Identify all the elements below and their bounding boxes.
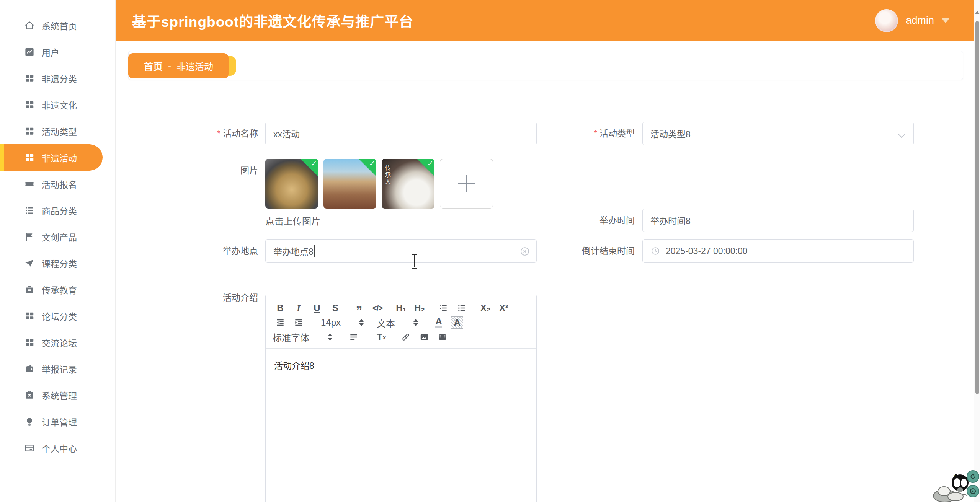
clock-icon [650,246,660,256]
clear-input-icon[interactable] [519,246,530,257]
sidebar-item-report-records[interactable]: 举报记录 [0,355,115,382]
sidebar-item-course-category[interactable]: 课程分类 [0,250,115,276]
sidebar-item-heritage-activity[interactable]: 非遗活动 [0,144,103,171]
hold-place-input[interactable]: 举办地点8 [265,239,537,263]
sidebar-item-cultural-products[interactable]: 文创产品 [0,223,115,250]
breadcrumb-home-link[interactable]: 首页 [144,59,163,73]
highlight-color-button[interactable]: A [449,316,465,329]
sidebar-item-users[interactable]: 用户 [0,39,115,65]
sidebar-item-order-management[interactable]: 订单管理 [0,408,115,435]
vertical-scrollbar [974,0,980,502]
sidebar-item-activity-type[interactable]: 活动类型 [0,118,115,144]
italic-button[interactable]: I [291,302,306,315]
sidebar-item-system-management[interactable]: 系统管理 [0,382,115,408]
chart-icon [24,46,35,58]
grid-icon [24,73,35,84]
refresh-icon [969,473,977,481]
plus-icon [458,175,475,192]
upload-image-button[interactable] [440,159,493,209]
sidebar-item-activity-signup[interactable]: 活动报名 [0,171,115,197]
sidebar-item-label: 系统首页 [42,19,77,32]
main-area: 基于springboot的非遗文化传承与推广平台 admin 首页 - 非遗活动 [116,0,980,502]
refresh-fab-button[interactable] [967,470,979,483]
line-height-button[interactable] [346,331,361,344]
wallet-icon [24,363,35,375]
uploaded-image-workshop[interactable]: ✓ [323,159,376,209]
send-icon [24,258,35,269]
strikethrough-button[interactable]: S [328,302,343,315]
sidebar-item-label: 传承教育 [42,283,77,296]
activity-name-input[interactable] [265,122,537,145]
check-icon: ✓ [311,159,317,168]
view-fab-button[interactable] [967,485,979,497]
code-button[interactable]: </> [370,302,385,315]
sidebar-item-label: 非遗活动 [42,151,77,164]
images-label: 图片 [116,159,258,183]
activity-type-select[interactable]: 活动类型8 [642,122,914,145]
bold-button[interactable]: B [273,302,288,315]
hold-time-label: 举办时间 [537,209,635,232]
grid-icon [24,152,35,163]
briefcase-icon [24,284,35,295]
sidebar-item-personal-center[interactable]: 个人中心 [0,435,115,461]
intro-label: 活动介绍 [116,286,258,310]
uploaded-image-craftsman[interactable]: 传承人 ✓ [382,159,434,209]
indent-icon [294,318,304,328]
sidebar-item-heritage-culture[interactable]: 非遗文化 [0,91,115,118]
hold-time-input[interactable] [642,209,914,232]
pet-cat-image [933,472,971,502]
underline-button[interactable]: U [309,302,325,315]
sidebar-item-heritage-education[interactable]: 传承教育 [0,276,115,303]
outdent-button[interactable] [273,316,288,329]
spinner-icon [359,319,364,326]
sidebar-item-goods-category[interactable]: 商品分类 [0,197,115,223]
sidebar-item-heritage-category[interactable]: 非遗分类 [0,65,115,91]
sidebar-item-label: 交流论坛 [42,336,77,349]
superscript-button[interactable]: X² [496,302,511,315]
sidebar-item-label: 用户 [42,46,59,59]
sidebar-item-system-home[interactable]: 系统首页 [0,12,115,39]
scrollbar-thumb[interactable] [975,21,979,394]
uploaded-image-basket[interactable]: ✓ [265,159,318,209]
format-select[interactable]: 文本 [377,316,418,329]
ordered-list-button[interactable] [436,302,451,315]
sidebar-item-forum-category[interactable]: 论坛分类 [0,303,115,329]
eye-icon [969,487,977,495]
indent-button[interactable] [291,316,306,329]
content-page: 首页 - 非遗活动 *活动名称 *活动类型 [116,41,980,502]
sidebar-item-label: 个人中心 [42,442,77,455]
blockquote-button[interactable]: ” [351,302,367,315]
user-menu[interactable]: admin [875,0,949,41]
outdent-icon [275,318,285,328]
username: admin [906,15,934,26]
sidebar-item-label: 非遗文化 [42,98,77,111]
insert-image-button[interactable] [416,331,432,344]
scroll-up-arrow[interactable] [975,11,980,14]
link-icon [401,332,411,342]
heading1-button[interactable]: H₁ [394,302,409,315]
clear-format-button[interactable]: Tx [374,331,389,344]
sidebar-item-label: 活动类型 [42,125,77,138]
text-caret [314,245,315,257]
grid-icon [24,310,35,322]
sidebar-item-forum[interactable]: 交流论坛 [0,329,115,355]
heading2-button[interactable]: H₂ [412,302,427,315]
insert-video-button[interactable] [435,331,450,344]
subscript-button[interactable]: X₂ [478,302,493,315]
required-asterisk: * [594,129,597,139]
breadcrumb-current: 非遗活动 [176,59,213,73]
spinner-icon [328,334,332,341]
insert-link-button[interactable] [398,331,413,344]
font-family-select[interactable]: 标准字体 [273,331,332,344]
editor-content[interactable]: 活动介绍8 [266,349,536,381]
font-color-button[interactable]: A [431,316,446,329]
countdown-end-input[interactable]: 2025-03-27 00:00:00 [642,239,914,263]
grid-icon [24,337,35,348]
font-size-select[interactable]: 14px [321,316,364,329]
avatar[interactable] [875,9,898,32]
activity-type-label: *活动类型 [537,122,635,145]
unordered-list-button[interactable] [454,302,469,315]
sidebar-item-label: 活动报名 [42,178,77,191]
sidebar-item-label: 系统管理 [42,389,77,402]
list-icon [24,205,35,216]
